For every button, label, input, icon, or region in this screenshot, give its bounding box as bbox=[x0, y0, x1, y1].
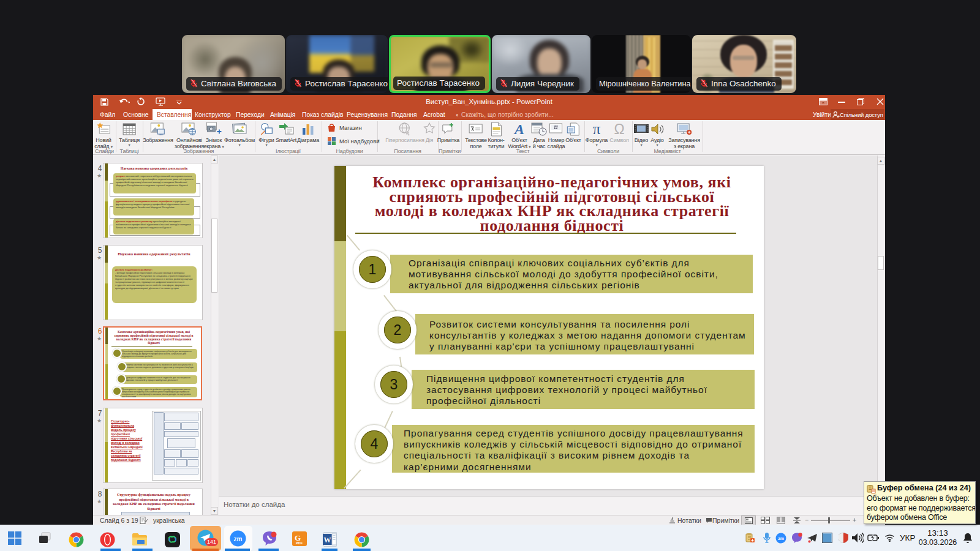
svg-text:zm: zm bbox=[778, 536, 784, 541]
svg-text:zm: zm bbox=[234, 536, 243, 542]
svg-text:W: W bbox=[324, 536, 331, 544]
